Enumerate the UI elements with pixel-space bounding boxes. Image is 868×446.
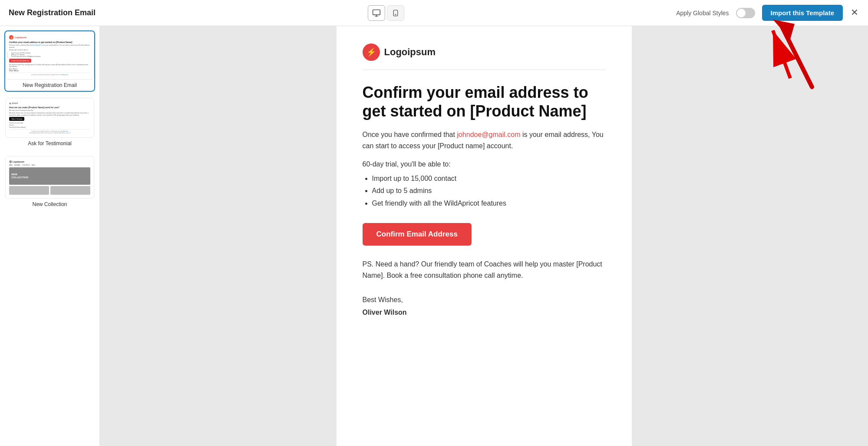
email-logo-section: ⚡ Logoipsum bbox=[363, 43, 606, 70]
svg-point-2 bbox=[395, 14, 396, 14]
desktop-view-button[interactable] bbox=[368, 5, 385, 21]
confirm-email-button[interactable]: Confirm Email Address bbox=[363, 223, 472, 246]
thumb1-heading: Confirm your email address to get starte… bbox=[9, 41, 90, 43]
sidebar-item-new-registration[interactable]: ⚡ Logoipsum Confirm your email address t… bbox=[4, 30, 95, 92]
sidebar-label-2: Ask for Testimonial bbox=[5, 138, 94, 149]
sidebar-item-new-collection[interactable]: ◎ Logoipsum MANWOMANCHILDRENSALE NEWCOLL… bbox=[4, 155, 95, 211]
page-title: New Registration Email bbox=[9, 8, 96, 17]
sidebar-item-ask-testimonial[interactable]: ⊕ ipsum How we can make [Product Name] w… bbox=[4, 97, 95, 150]
thumb3-grid-item-2 bbox=[50, 186, 90, 195]
logo-text: Logoipsum bbox=[384, 47, 436, 58]
thumb1-logo-text: Logoipsum bbox=[15, 36, 26, 39]
logo-icon: ⚡ bbox=[363, 43, 380, 61]
email-ps: PS. Need a hand? Our friendly team of Co… bbox=[363, 259, 606, 281]
email-preview: ⚡ Logoipsum Confirm your email address t… bbox=[337, 26, 632, 446]
list-item-1: Import up to 15,000 contact bbox=[372, 173, 606, 185]
thumb2-footer: You have received this email as a regist… bbox=[9, 129, 90, 134]
thumbnail-ask-testimonial: ⊕ ipsum How we can make [Product Name] w… bbox=[5, 98, 94, 138]
global-styles-label: Apply Global Styles bbox=[676, 10, 729, 17]
thumbnail-new-registration: ⚡ Logoipsum Confirm your email address t… bbox=[5, 31, 94, 80]
sidebar-label-1: New Registration Email bbox=[5, 80, 94, 91]
close-button[interactable] bbox=[850, 7, 859, 19]
thumb3-nav: MANWOMANCHILDRENSALE bbox=[9, 164, 90, 166]
thumbnail-new-collection: ◎ Logoipsum MANWOMANCHILDRENSALE NEWCOLL… bbox=[5, 156, 94, 199]
thumb2-heading: How we can make [Product Name] work for … bbox=[9, 106, 90, 109]
toggle-knob bbox=[737, 9, 746, 17]
sidebar-label-3: New Collection bbox=[5, 199, 94, 210]
global-styles-toggle[interactable] bbox=[736, 8, 755, 18]
content-area: ⚡ Logoipsum Confirm your email address t… bbox=[100, 26, 868, 446]
device-switcher bbox=[368, 5, 404, 21]
svg-rect-0 bbox=[373, 10, 380, 15]
email-list: Import up to 15,000 contact Add up to 5 … bbox=[363, 173, 606, 210]
thumb3-logo: ◎ Logoipsum bbox=[9, 160, 90, 163]
thumb2-body2: We have chosen one of a very small set o… bbox=[9, 112, 90, 116]
email-sign-line2: Oliver Wilson bbox=[363, 309, 407, 316]
thumb1-trial: 60-day trial, you'll be able to: bbox=[9, 49, 90, 51]
thumb2-logo: ⊕ ipsum bbox=[9, 102, 90, 105]
email-sign-line1: Best Wishes, bbox=[363, 294, 606, 306]
thumb1-ps: PS. Need a hand? Our friendly team of Co… bbox=[9, 64, 90, 67]
header-right: Apply Global Styles Import this Template bbox=[676, 5, 859, 21]
thumb2-body1: We hope you're having a lovely day. bbox=[9, 110, 90, 112]
email-para1: Once you have confirmed that johndoe@gma… bbox=[363, 129, 606, 151]
thumb1-body: Once you have confirmed that johndoe@gma… bbox=[9, 44, 90, 48]
email-heading: Confirm your email address to get starte… bbox=[363, 83, 606, 120]
email-para1-prefix: Once you have confirmed that bbox=[363, 131, 457, 138]
sidebar: ⚡ Logoipsum Confirm your email address t… bbox=[0, 26, 100, 446]
list-item-3: Get friendly with all the WildApricot fe… bbox=[372, 197, 606, 210]
thumb3-img-text: NEWCOLLECTION bbox=[11, 173, 28, 179]
header: New Registration Email Apply Global Styl… bbox=[0, 0, 868, 26]
thumb3-grid bbox=[9, 186, 90, 195]
mobile-view-button[interactable] bbox=[387, 5, 404, 21]
thumb1-list: Import up to 15,000 contacts Add up to 5… bbox=[9, 52, 90, 57]
email-para1-email[interactable]: johndoe@gmail.com bbox=[457, 131, 520, 138]
thumb1-footer: you have received this email as a regist… bbox=[9, 73, 90, 76]
email-signature: Best Wishes, Oliver Wilson bbox=[363, 294, 606, 319]
thumb1-btn: Confirm Email Address bbox=[9, 59, 31, 63]
email-trial-label: 60-day trial, you'll be able to: bbox=[363, 160, 606, 168]
thumb3-grid-item-1 bbox=[9, 186, 49, 195]
list-item-2: Add up to 5 admins bbox=[372, 185, 606, 197]
main-layout: ⚡ Logoipsum Confirm your email address t… bbox=[0, 26, 868, 446]
import-template-button[interactable]: Import this Template bbox=[762, 5, 843, 21]
thumb2-btn: Take a Survey bbox=[9, 117, 24, 121]
thumb3-img: NEWCOLLECTION bbox=[9, 167, 90, 185]
thumb1-logo-icon: ⚡ bbox=[9, 35, 13, 40]
